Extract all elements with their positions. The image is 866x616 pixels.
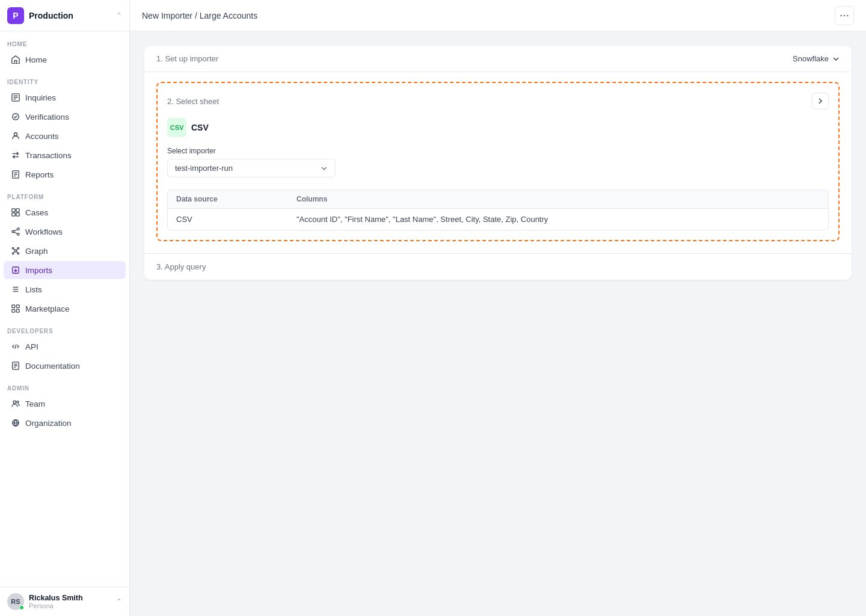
cell-columns: "Account ID", "First Name", "Last Name",… (288, 209, 828, 230)
sidebar-item-transactions[interactable]: Transactions (4, 146, 126, 164)
data-table: Data source Columns CSV "Account ID", "F… (167, 189, 829, 230)
transactions-icon (11, 150, 20, 160)
svg-point-42 (847, 14, 849, 16)
breadcrumb: New Importer / Large Accounts (142, 11, 257, 20)
sidebar-item-marketplace[interactable]: Marketplace (4, 300, 126, 318)
sidebar-item-label: Documentation (25, 362, 80, 371)
api-icon (11, 342, 20, 351)
sidebar-item-home[interactable]: Home (4, 51, 126, 69)
sidebar-item-lists[interactable]: Lists (4, 280, 126, 298)
sidebar-item-label: Reports (25, 170, 54, 179)
chevron-down-icon (832, 55, 840, 63)
step1-source-badge[interactable]: Snowflake (793, 54, 840, 63)
step2-next-button[interactable] (812, 93, 829, 109)
sidebar-item-cases[interactable]: Cases (4, 203, 126, 221)
svg-rect-35 (16, 309, 19, 312)
step1-header: 1. Set up importer Snowflake (144, 46, 852, 72)
sidebar-item-documentation[interactable]: Documentation (4, 357, 126, 375)
svg-line-25 (16, 249, 18, 251)
cases-icon (11, 208, 20, 217)
svg-point-15 (17, 228, 20, 230)
section-label-admin: ADMIN (0, 375, 129, 394)
topbar-menu-button[interactable] (835, 6, 854, 25)
step2-container: 2. Select sheet CSV CSV Select importer (156, 82, 840, 241)
sidebar-item-label: Home (25, 55, 47, 64)
documentation-icon (11, 361, 20, 371)
sidebar-item-label: Graph (25, 247, 48, 256)
section-label-identity: IDENTITY (0, 69, 129, 88)
cell-source: CSV (168, 209, 288, 230)
svg-line-24 (14, 249, 16, 251)
sidebar-item-inquiries[interactable]: Inquiries (4, 88, 126, 106)
step2-header: 2. Select sheet (167, 93, 829, 109)
svg-line-18 (14, 232, 17, 234)
selected-importer-value: test-importer-run (175, 164, 233, 173)
sidebar-item-reports[interactable]: Reports (4, 165, 126, 183)
csv-label: CSV (191, 123, 209, 132)
svg-rect-11 (16, 209, 19, 212)
sidebar-item-label: Accounts (25, 132, 59, 141)
importer-dropdown[interactable]: test-importer-run (167, 159, 336, 177)
user-info[interactable]: RS Rickalus Smith Persona (7, 593, 83, 610)
svg-rect-13 (16, 213, 19, 216)
table-row: CSV "Account ID", "First Name", "Last Na… (168, 209, 828, 230)
svg-point-38 (17, 401, 19, 404)
svg-point-40 (840, 14, 842, 16)
lists-icon (11, 285, 20, 294)
sidebar-item-imports[interactable]: Imports (4, 261, 126, 279)
svg-point-5 (14, 133, 17, 136)
svg-rect-12 (12, 213, 15, 216)
sidebar-item-organization[interactable]: Organization (4, 414, 126, 432)
svg-rect-33 (16, 305, 19, 308)
topbar: New Importer / Large Accounts (130, 0, 866, 31)
workflows-icon (11, 227, 20, 236)
section-label-home: HOME (0, 31, 129, 50)
section-label-developers: DEVELOPERS (0, 318, 129, 337)
col-header-columns: Columns (288, 190, 828, 208)
avatar: RS (7, 593, 24, 610)
sidebar-item-workflows[interactable]: Workflows (4, 223, 126, 241)
svg-rect-34 (12, 309, 15, 312)
accounts-icon (11, 131, 20, 141)
sidebar-item-api[interactable]: API (4, 337, 126, 356)
step3-header: 3. Apply query (144, 253, 852, 280)
col-header-source: Data source (168, 190, 288, 208)
chevron-right-icon (817, 97, 824, 105)
sidebar-item-label: Transactions (25, 151, 72, 160)
sidebar-brand[interactable]: P Production (7, 7, 73, 24)
avatar-online-indicator (19, 605, 24, 610)
sidebar-expand-icon[interactable]: ⌃ (116, 11, 122, 20)
sidebar-item-label: Verifications (25, 112, 69, 122)
sidebar-item-verifications[interactable]: Verifications (4, 108, 126, 126)
user-name: Rickalus Smith (29, 594, 83, 602)
home-icon (11, 55, 20, 64)
svg-point-37 (13, 401, 16, 403)
imports-icon (11, 265, 20, 275)
main-content: New Importer / Large Accounts 1. Set up … (130, 0, 866, 616)
dropdown-chevron-icon (321, 165, 328, 172)
csv-icon: CSV (167, 118, 186, 137)
content-area: 1. Set up importer Snowflake 2. Select s… (130, 31, 866, 616)
sidebar-item-team[interactable]: Team (4, 395, 126, 413)
svg-point-41 (844, 14, 846, 16)
sidebar-item-label: API (25, 342, 38, 351)
sidebar: P Production ⌃ HOME Home IDENTITY Inquir… (0, 0, 130, 616)
user-role: Persona (29, 602, 83, 609)
svg-rect-32 (12, 305, 15, 308)
sidebar-item-label: Lists (25, 285, 42, 294)
team-icon (11, 399, 20, 408)
sidebar-item-graph[interactable]: Graph (4, 242, 126, 260)
svg-point-16 (17, 233, 20, 236)
graph-icon (11, 246, 20, 256)
sidebar-item-label: Team (25, 399, 45, 408)
organization-icon (11, 418, 20, 428)
user-details: Rickalus Smith Persona (29, 594, 83, 609)
steps-container: 1. Set up importer Snowflake 2. Select s… (144, 46, 852, 280)
svg-line-27 (16, 251, 18, 253)
sidebar-item-accounts[interactable]: Accounts (4, 127, 126, 145)
user-expand-icon[interactable]: ⌃ (116, 597, 122, 606)
section-label-platform: PLATFORM (0, 184, 129, 203)
step1-source-name: Snowflake (793, 54, 829, 63)
svg-line-17 (14, 230, 17, 232)
step3-label: 3. Apply query (156, 262, 206, 271)
